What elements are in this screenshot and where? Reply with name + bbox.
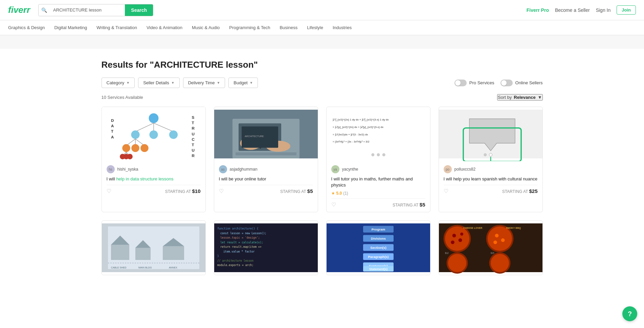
avatar-hishi: hs bbox=[107, 165, 115, 173]
filter-delivery-label: Delivery Time bbox=[188, 80, 215, 85]
svg-point-98 bbox=[488, 226, 512, 251]
category-nav: Graphics & Design Digital Marketing Writ… bbox=[0, 20, 644, 35]
card-image-math: ∫₀¹∫_{x/2}^{2x} 1 dy dx + ∫₁²∫_{x/2}^{3-… bbox=[327, 107, 430, 161]
search-bar: 🔍 Search bbox=[38, 4, 153, 16]
svg-text:= ∫₀¹(3x/2)dx + ∫₁²(3 - 3x/2) : = ∫₀¹(3x/2)dx + ∫₁²(3 - 3x/2) dx bbox=[333, 133, 368, 136]
svg-text:S: S bbox=[192, 115, 194, 119]
card-seller-spanish: po polluxccs82 bbox=[444, 165, 538, 173]
svg-text:T: T bbox=[192, 143, 194, 147]
svg-text:}: } bbox=[217, 254, 219, 258]
rating-count: (1) bbox=[343, 191, 348, 196]
online-sellers-label: Online Sellers bbox=[515, 80, 543, 85]
cards-grid-row1: D A T A S T R U C T U R bbox=[102, 107, 543, 212]
card-code-bottom[interactable]: function architecture() { const lesson =… bbox=[214, 220, 318, 275]
sort-value: Relevance bbox=[514, 95, 535, 100]
svg-text:A: A bbox=[111, 124, 114, 128]
filter-bar: Category ▼ Seller Details ▼ Delivery Tim… bbox=[102, 78, 543, 88]
services-count: 10 Services Available bbox=[102, 95, 143, 100]
card-pizza-bottom[interactable]: CHEESE LOVER SMOKY BBQ $12 $15 bbox=[439, 220, 543, 275]
svg-text:MAIN BLDG: MAIN BLDG bbox=[138, 266, 152, 269]
card-seller-tutor: as asjadghumman bbox=[219, 165, 313, 173]
chevron-down-icon: ▼ bbox=[126, 81, 130, 85]
svg-point-18 bbox=[149, 130, 158, 139]
avatar-yacynthe: ya bbox=[331, 165, 339, 173]
svg-text:$12: $12 bbox=[445, 252, 449, 254]
join-button[interactable]: Join bbox=[617, 5, 636, 15]
svg-text:// architecture lesson: // architecture lesson bbox=[217, 259, 253, 262]
card-seller-ds: hs hishi_syska bbox=[107, 165, 201, 173]
svg-text:Program: Program bbox=[371, 227, 385, 231]
cat-nav-industries[interactable]: Industries bbox=[333, 25, 352, 30]
search-button[interactable]: Search bbox=[125, 4, 153, 16]
filter-seller-details[interactable]: Seller Details ▼ bbox=[138, 78, 180, 88]
filter-category[interactable]: Category ▼ bbox=[102, 78, 135, 88]
svg-text:D: D bbox=[111, 118, 114, 123]
become-seller-link[interactable]: Become a Seller bbox=[555, 7, 590, 13]
card-image-ds: D A T A S T R U C T U R bbox=[102, 107, 205, 161]
favorite-button-math[interactable]: ♡ bbox=[331, 201, 336, 208]
favorite-button-tutor[interactable]: ♡ bbox=[219, 188, 224, 194]
svg-text:= [3x²/4]₀¹ + [3x - 3x²/4]₁² =: = [3x²/4]₀¹ + [3x - 3x²/4]₁² = 3/2 bbox=[333, 140, 370, 143]
avatar-asjad: as bbox=[219, 165, 227, 173]
card-rating-math: ★ 5.0 (1) bbox=[331, 191, 425, 196]
svg-point-48 bbox=[382, 153, 385, 156]
svg-text:$15: $15 bbox=[491, 252, 494, 254]
search-icon: 🔍 bbox=[39, 7, 50, 13]
filter-budget[interactable]: Budget ▼ bbox=[228, 78, 258, 88]
card-math[interactable]: ∫₀¹∫_{x/2}^{2x} 1 dy dx + ∫₁²∫_{x/2}^{3-… bbox=[326, 107, 430, 212]
card-ds[interactable]: D A T A S T R U C T U R bbox=[102, 107, 206, 212]
card-image-spanish bbox=[439, 107, 542, 161]
cards-grid-row2: CABLE SHED MAIN BLDG ANNEX function arch… bbox=[102, 220, 543, 275]
cat-nav-programming[interactable]: Programming & Tech bbox=[229, 25, 270, 30]
fiverr-pro-link[interactable]: Fiverr Pro bbox=[527, 7, 549, 13]
cat-nav-graphics[interactable]: Graphics & Design bbox=[8, 25, 45, 30]
toggle-online-sellers: Online Sellers bbox=[501, 80, 543, 86]
sort-by-label: Sort by bbox=[498, 95, 512, 100]
cat-nav-music[interactable]: Music & Audio bbox=[192, 25, 220, 30]
svg-point-103 bbox=[448, 254, 466, 272]
price-math: STARTING AT $5 bbox=[393, 202, 425, 207]
svg-text:A: A bbox=[111, 135, 114, 139]
card-tutor[interactable]: ARCHITECTURE as asjadghumman I will be y… bbox=[214, 107, 318, 212]
pro-services-label: Pro Services bbox=[469, 80, 494, 85]
filter-delivery-time[interactable]: Delivery Time ▼ bbox=[183, 78, 225, 88]
svg-text:item.value * factor: item.value * factor bbox=[223, 250, 255, 253]
card-title-math: I will tutor you in maths, further maths… bbox=[331, 176, 425, 188]
svg-rect-61 bbox=[163, 246, 184, 260]
svg-text:ANNEX: ANNEX bbox=[169, 266, 177, 269]
svg-text:C: C bbox=[192, 137, 195, 141]
cat-nav-video[interactable]: Video & Animation bbox=[147, 25, 182, 30]
svg-point-47 bbox=[377, 153, 380, 156]
card-footer-spanish: ♡ STARTING AT $25 bbox=[444, 185, 538, 194]
card-prog-bottom[interactable]: Program Divisions Section(s) Paragraph(s… bbox=[326, 220, 430, 275]
card-spanish[interactable]: po polluxccs82 I will help you learn spa… bbox=[439, 107, 543, 212]
online-sellers-toggle[interactable] bbox=[501, 80, 513, 86]
favorite-button-spanish[interactable]: ♡ bbox=[444, 188, 448, 194]
svg-text:Divisions: Divisions bbox=[371, 237, 386, 240]
svg-point-101 bbox=[493, 241, 497, 244]
svg-rect-57 bbox=[111, 245, 129, 260]
svg-point-24 bbox=[131, 144, 139, 152]
cat-nav-business[interactable]: Business bbox=[280, 25, 297, 30]
card-body-ds: hs hishi_syska I will help in data struc… bbox=[102, 161, 205, 198]
card-body-math: ya yacynthe I will tutor you in maths, f… bbox=[327, 161, 430, 212]
sort-button[interactable]: Sort by Relevance ▼ bbox=[497, 94, 542, 101]
pro-services-toggle[interactable] bbox=[454, 80, 467, 86]
svg-text:Section(s): Section(s) bbox=[370, 246, 386, 249]
cat-nav-digital[interactable]: Digital Marketing bbox=[54, 25, 87, 30]
svg-text:T: T bbox=[192, 121, 194, 125]
sign-in-link[interactable]: Sign In bbox=[596, 7, 611, 13]
card-image-code-bottom: function architecture() { const lesson =… bbox=[214, 221, 318, 275]
card-title-spanish: I will help you learn spanish with cultu… bbox=[444, 176, 538, 182]
search-input[interactable] bbox=[50, 7, 125, 13]
svg-text:ARCHITECTURE: ARCHITECTURE bbox=[245, 135, 264, 138]
cat-nav-writing[interactable]: Writing & Translation bbox=[96, 25, 137, 30]
svg-text:module.exports = arch;: module.exports = arch; bbox=[217, 263, 253, 267]
favorite-button-ds[interactable]: ♡ bbox=[107, 188, 111, 194]
svg-point-19 bbox=[169, 130, 177, 139]
svg-text:CABLE SHED: CABLE SHED bbox=[111, 266, 127, 269]
toggle-knob bbox=[455, 80, 461, 86]
price-spanish: STARTING AT $25 bbox=[502, 188, 538, 194]
card-arch-bottom[interactable]: CABLE SHED MAIN BLDG ANNEX bbox=[102, 220, 206, 275]
cat-nav-lifestyle[interactable]: Lifestyle bbox=[307, 25, 323, 30]
